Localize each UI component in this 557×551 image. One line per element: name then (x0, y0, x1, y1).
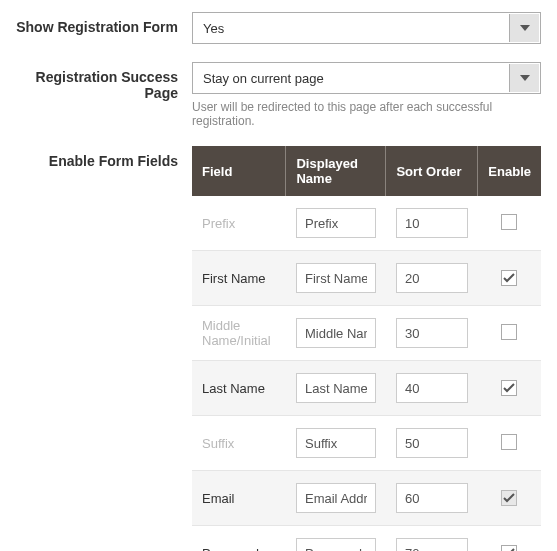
column-sort-order: Sort Order (386, 146, 478, 196)
chevron-down-icon (509, 14, 539, 42)
displayed-name-cell (286, 306, 386, 361)
success-page-value: Stay on current page (203, 71, 324, 86)
field-name-cell: Middle Name/Initial (192, 306, 286, 361)
field-name-cell: Suffix (192, 416, 286, 471)
enable-checkbox[interactable] (501, 380, 517, 396)
table-row: Middle Name/Initial (192, 306, 541, 361)
sort-order-cell (386, 251, 478, 306)
sort-order-cell (386, 306, 478, 361)
displayed-name-input[interactable] (296, 538, 376, 551)
enable-cell (478, 526, 541, 552)
sort-order-input[interactable] (396, 208, 468, 238)
field-name-cell: Email (192, 471, 286, 526)
column-displayed-name: Displayed Name (286, 146, 386, 196)
success-page-hint: User will be redirected to this page aft… (192, 100, 541, 128)
show-registration-value: Yes (203, 21, 224, 36)
enable-fields-table: Field Displayed Name Sort Order Enable P… (192, 146, 541, 551)
enable-cell (478, 196, 541, 251)
table-row: Last Name (192, 361, 541, 416)
enable-checkbox[interactable] (501, 545, 517, 551)
enable-cell (478, 471, 541, 526)
sort-order-cell (386, 416, 478, 471)
field-name-cell: First Name (192, 251, 286, 306)
sort-order-input[interactable] (396, 373, 468, 403)
sort-order-cell (386, 526, 478, 552)
enable-checkbox[interactable] (501, 270, 517, 286)
displayed-name-cell (286, 361, 386, 416)
sort-order-cell (386, 361, 478, 416)
displayed-name-cell (286, 416, 386, 471)
enable-checkbox[interactable] (501, 324, 517, 340)
displayed-name-input[interactable] (296, 428, 376, 458)
displayed-name-cell (286, 251, 386, 306)
enable-checkbox (501, 490, 517, 506)
success-page-label: Registration Success Page (14, 62, 192, 101)
success-page-select[interactable]: Stay on current page (192, 62, 541, 94)
chevron-down-icon (509, 64, 539, 92)
table-row: Suffix (192, 416, 541, 471)
field-name-cell: Last Name (192, 361, 286, 416)
field-name-cell: Prefix (192, 196, 286, 251)
column-enable: Enable (478, 146, 541, 196)
sort-order-input[interactable] (396, 538, 468, 551)
show-registration-select[interactable]: Yes (192, 12, 541, 44)
table-row: Email (192, 471, 541, 526)
column-field: Field (192, 146, 286, 196)
sort-order-cell (386, 196, 478, 251)
sort-order-input[interactable] (396, 428, 468, 458)
enable-cell (478, 361, 541, 416)
displayed-name-cell (286, 526, 386, 552)
table-row: Prefix (192, 196, 541, 251)
sort-order-cell (386, 471, 478, 526)
displayed-name-input[interactable] (296, 373, 376, 403)
enable-checkbox[interactable] (501, 214, 517, 230)
displayed-name-input[interactable] (296, 483, 376, 513)
enable-cell (478, 251, 541, 306)
show-registration-label: Show Registration Form (14, 12, 192, 35)
displayed-name-input[interactable] (296, 208, 376, 238)
sort-order-input[interactable] (396, 318, 468, 348)
enable-cell (478, 416, 541, 471)
sort-order-input[interactable] (396, 263, 468, 293)
table-row: First Name (192, 251, 541, 306)
sort-order-input[interactable] (396, 483, 468, 513)
enable-checkbox[interactable] (501, 434, 517, 450)
field-name-cell: Password (192, 526, 286, 552)
displayed-name-cell (286, 471, 386, 526)
displayed-name-cell (286, 196, 386, 251)
table-row: Password (192, 526, 541, 552)
enable-fields-label: Enable Form Fields (14, 146, 192, 169)
enable-cell (478, 306, 541, 361)
displayed-name-input[interactable] (296, 263, 376, 293)
displayed-name-input[interactable] (296, 318, 376, 348)
